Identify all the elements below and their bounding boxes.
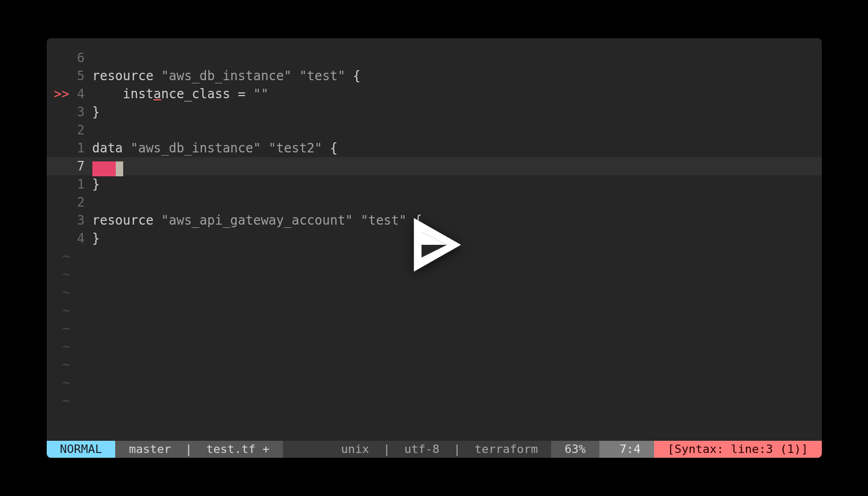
code-content <box>92 157 822 175</box>
cursor-position: 7:4 <box>599 441 654 458</box>
sign-column: >> <box>47 85 68 103</box>
sign-column <box>47 103 68 121</box>
line-number: 3 <box>68 103 92 121</box>
sign-column <box>47 175 68 193</box>
empty-line-tilde: ~ <box>47 392 822 410</box>
sign-column <box>47 121 68 139</box>
mode-indicator: NORMAL <box>47 441 116 458</box>
code-line[interactable]: 6 <box>47 49 822 67</box>
line-number: 3 <box>68 211 92 229</box>
empty-line-tilde: ~ <box>47 302 822 320</box>
sign-column <box>47 193 68 211</box>
branch-file: master | test.tf + <box>115 441 282 458</box>
code-content: instance_class = "" <box>92 85 822 103</box>
empty-line-tilde: ~ <box>47 338 822 356</box>
sign-column <box>47 157 68 175</box>
statusline: NORMAL master | test.tf + unix | utf-8 |… <box>47 441 822 458</box>
syntax-error-flag: [Syntax: line:3 (1)] <box>654 441 821 458</box>
line-number: 6 <box>68 49 92 67</box>
code-line[interactable]: 2 <box>47 121 822 139</box>
code-content: } <box>92 175 822 193</box>
code-line[interactable]: >>4 instance_class = "" <box>47 85 822 103</box>
code-line[interactable]: 5resource "aws_db_instance" "test" { <box>47 67 822 85</box>
sign-column <box>47 49 68 67</box>
line-number: 1 <box>68 139 92 157</box>
code-content: resource "aws_db_instance" "test" { <box>92 67 822 85</box>
code-line[interactable]: 7 <box>47 157 822 175</box>
line-number: 7 <box>68 157 92 175</box>
line-number: 1 <box>68 175 92 193</box>
sign-column <box>47 67 68 85</box>
empty-line-tilde: ~ <box>47 320 822 338</box>
code-line[interactable]: 1} <box>47 175 822 193</box>
terminal-window: 65resource "aws_db_instance" "test" {>>4… <box>47 38 822 458</box>
code-line[interactable]: 3} <box>47 103 822 121</box>
code-line[interactable]: 2 <box>47 193 822 211</box>
code-line[interactable]: 1data "aws_db_instance" "test2" { <box>47 139 822 157</box>
file-encoding: unix | utf-8 | terraform <box>328 441 551 458</box>
code-content: } <box>92 103 822 121</box>
play-button[interactable] <box>402 213 466 277</box>
empty-line-tilde: ~ <box>47 284 822 302</box>
sign-column <box>47 229 68 247</box>
indent-highlight <box>92 161 116 176</box>
line-number: 2 <box>68 193 92 211</box>
cursor <box>116 161 123 176</box>
line-number: 2 <box>68 121 92 139</box>
empty-line-tilde: ~ <box>47 374 822 392</box>
sign-column <box>47 211 68 229</box>
empty-line-tilde: ~ <box>47 356 822 374</box>
code-content: data "aws_db_instance" "test2" { <box>92 139 822 157</box>
status-spacer <box>283 441 328 458</box>
line-number: 4 <box>68 85 92 103</box>
code-content <box>92 49 822 67</box>
code-content <box>92 121 822 139</box>
play-icon <box>402 213 466 277</box>
scroll-percent: 63% <box>551 441 599 458</box>
line-number: 5 <box>68 67 92 85</box>
sign-column <box>47 139 68 157</box>
line-number: 4 <box>68 229 92 247</box>
code-content <box>92 193 822 211</box>
